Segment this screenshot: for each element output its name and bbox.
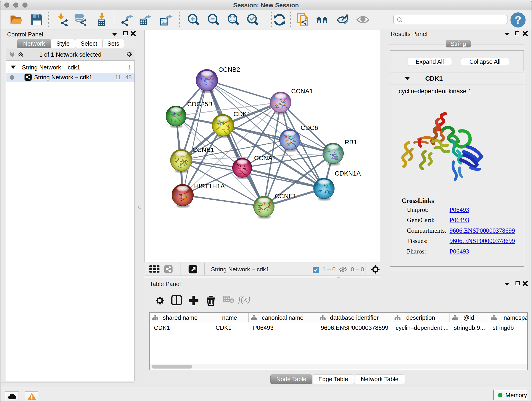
- svg-text:CDC6: CDC6: [301, 124, 318, 131]
- svg-text:CCNA1: CCNA1: [291, 88, 313, 95]
- svg-text:CCNE1: CCNE1: [275, 192, 297, 200]
- svg-text:HIST1H1A: HIST1H1A: [194, 183, 225, 190]
- svg-text:CCNB1: CCNB1: [192, 146, 214, 153]
- svg-text:RB1: RB1: [345, 139, 357, 146]
- svg-text:CDK1: CDK1: [234, 110, 251, 118]
- svg-text:CCNB2: CCNB2: [218, 66, 240, 73]
- svg-text:CDKN1A: CDKN1A: [335, 170, 361, 177]
- svg-text:?: ?: [515, 14, 521, 26]
- svg-text:CCNA2: CCNA2: [254, 154, 276, 162]
- svg-text:CDC25B: CDC25B: [187, 101, 212, 108]
